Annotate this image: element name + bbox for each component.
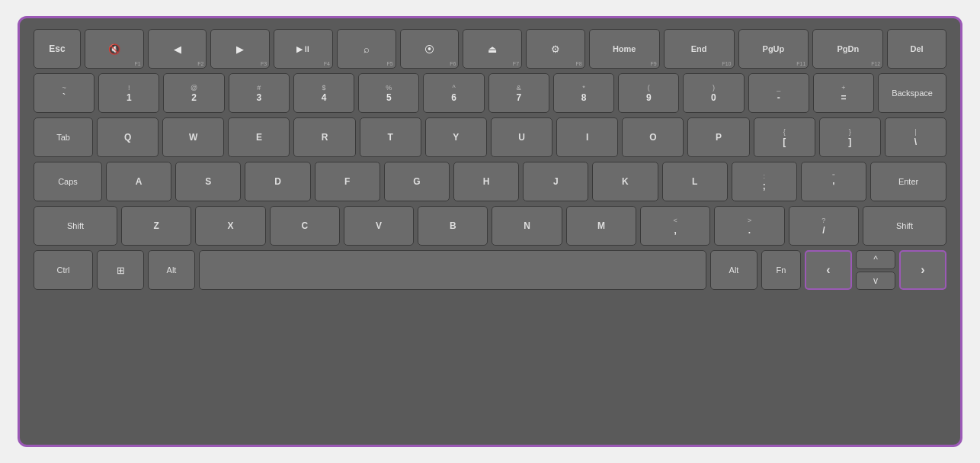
key-pgdn[interactable]: PgDn F12 bbox=[812, 29, 883, 69]
key-f[interactable]: F bbox=[315, 162, 380, 201]
key-i[interactable]: I bbox=[556, 117, 618, 157]
key-f6[interactable]: ⦿ F6 bbox=[400, 29, 460, 69]
key-o[interactable]: O bbox=[622, 117, 684, 157]
key-v[interactable]: V bbox=[344, 206, 414, 246]
key-f5[interactable]: ⌕ F5 bbox=[337, 29, 396, 69]
key-alt-right[interactable]: Alt bbox=[710, 250, 757, 290]
key-c[interactable]: C bbox=[270, 206, 340, 246]
key-s[interactable]: S bbox=[175, 162, 241, 201]
key-tilde[interactable]: ~ ` bbox=[34, 73, 94, 113]
key-r[interactable]: R bbox=[293, 117, 355, 157]
key-space[interactable] bbox=[199, 250, 706, 290]
key-shift-right[interactable]: Shift bbox=[863, 206, 946, 246]
key-pgup[interactable]: PgUp F11 bbox=[738, 29, 809, 69]
key-f1[interactable]: 🔇 F1 bbox=[85, 29, 144, 69]
key-backslash[interactable]: | \ bbox=[885, 117, 946, 157]
key-fn[interactable]: Fn bbox=[761, 250, 801, 290]
key-period[interactable]: > . bbox=[714, 206, 784, 246]
key-f7[interactable]: ⏏ F7 bbox=[463, 29, 522, 69]
key-k[interactable]: K bbox=[592, 162, 658, 201]
key-f3[interactable]: ▶ F3 bbox=[210, 29, 270, 69]
key-b[interactable]: B bbox=[418, 206, 488, 246]
key-w[interactable]: W bbox=[162, 117, 224, 157]
bottom-row: Ctrl ⊞ Alt Alt Fn ‹ ^ v › bbox=[34, 250, 946, 290]
key-del[interactable]: Del bbox=[887, 29, 946, 69]
key-f2[interactable]: ◀ F2 bbox=[148, 29, 207, 69]
key-9[interactable]: ( 9 bbox=[618, 73, 679, 113]
key-n[interactable]: N bbox=[492, 206, 562, 246]
key-j[interactable]: J bbox=[523, 162, 588, 201]
key-bracket-close[interactable]: } ] bbox=[819, 117, 881, 157]
key-y[interactable]: Y bbox=[425, 117, 487, 157]
key-semicolon[interactable]: : ; bbox=[732, 162, 797, 201]
key-slash[interactable]: ? / bbox=[789, 206, 859, 246]
key-arrow-left[interactable]: ‹ bbox=[805, 250, 852, 290]
key-bracket-open[interactable]: { [ bbox=[754, 117, 815, 157]
key-p[interactable]: P bbox=[687, 117, 749, 157]
key-m[interactable]: M bbox=[566, 206, 636, 246]
zxcv-row: Shift Z X C V B N M < , > . ? / Shif bbox=[34, 206, 946, 246]
key-4[interactable]: $ 4 bbox=[293, 73, 354, 113]
key-d[interactable]: D bbox=[245, 162, 310, 201]
asdf-row: Caps A S D F G H J K L : ; " ' Enter bbox=[34, 162, 946, 201]
key-esc[interactable]: Esc bbox=[34, 29, 81, 69]
key-shift-left[interactable]: Shift bbox=[34, 206, 117, 246]
key-3[interactable]: # 3 bbox=[229, 73, 290, 113]
key-z[interactable]: Z bbox=[121, 206, 191, 246]
key-comma[interactable]: < , bbox=[640, 206, 710, 246]
arrow-updown-group: ^ v bbox=[856, 250, 895, 290]
key-2[interactable]: @ 2 bbox=[163, 73, 224, 113]
key-0[interactable]: ) 0 bbox=[683, 73, 744, 113]
key-7[interactable]: & 7 bbox=[488, 73, 549, 113]
key-h[interactable]: H bbox=[453, 162, 519, 201]
key-home[interactable]: Home F9 bbox=[589, 29, 660, 69]
key-caps[interactable]: Caps bbox=[34, 162, 102, 201]
key-8[interactable]: * 8 bbox=[553, 73, 614, 113]
key-f4[interactable]: ▶⏸ F4 bbox=[274, 29, 333, 69]
key-e[interactable]: E bbox=[228, 117, 290, 157]
qwerty-row: Tab Q W E R T Y U I O P { [ } ] | \ bbox=[34, 117, 946, 157]
key-alt-left[interactable]: Alt bbox=[148, 250, 195, 290]
key-q[interactable]: Q bbox=[97, 117, 159, 157]
key-end[interactable]: End F10 bbox=[664, 29, 735, 69]
key-backspace[interactable]: Backspace bbox=[878, 73, 946, 113]
number-row: ~ ` ! 1 @ 2 # 3 $ 4 bbox=[34, 73, 946, 113]
key-quote[interactable]: " ' bbox=[801, 162, 866, 201]
function-row: Esc 🔇 F1 ◀ F2 ▶ F3 ▶⏸ F4 ⌕ F5 ⦿ F6 ⏏ F7 bbox=[34, 29, 946, 69]
key-enter[interactable]: Enter bbox=[870, 162, 946, 201]
key-x[interactable]: X bbox=[195, 206, 265, 246]
key-ctrl[interactable]: Ctrl bbox=[34, 250, 93, 290]
key-f8[interactable]: ⚙ F8 bbox=[526, 29, 585, 69]
key-arrow-right[interactable]: › bbox=[899, 250, 946, 290]
key-equals[interactable]: + = bbox=[813, 73, 874, 113]
key-arrow-down[interactable]: v bbox=[856, 272, 895, 291]
key-arrow-up[interactable]: ^ bbox=[856, 250, 895, 269]
key-1[interactable]: ! 1 bbox=[98, 73, 159, 113]
key-5[interactable]: % 5 bbox=[358, 73, 419, 113]
key-g[interactable]: G bbox=[384, 162, 450, 201]
key-l[interactable]: L bbox=[662, 162, 728, 201]
key-t[interactable]: T bbox=[360, 117, 421, 157]
keyboard: Esc 🔇 F1 ◀ F2 ▶ F3 ▶⏸ F4 ⌕ F5 ⦿ F6 ⏏ F7 bbox=[18, 16, 962, 447]
key-6[interactable]: ^ 6 bbox=[423, 73, 484, 113]
key-tab[interactable]: Tab bbox=[34, 117, 93, 157]
key-minus[interactable]: _ - bbox=[748, 73, 809, 113]
key-u[interactable]: U bbox=[491, 117, 552, 157]
key-a[interactable]: A bbox=[106, 162, 171, 201]
key-win[interactable]: ⊞ bbox=[97, 250, 144, 290]
